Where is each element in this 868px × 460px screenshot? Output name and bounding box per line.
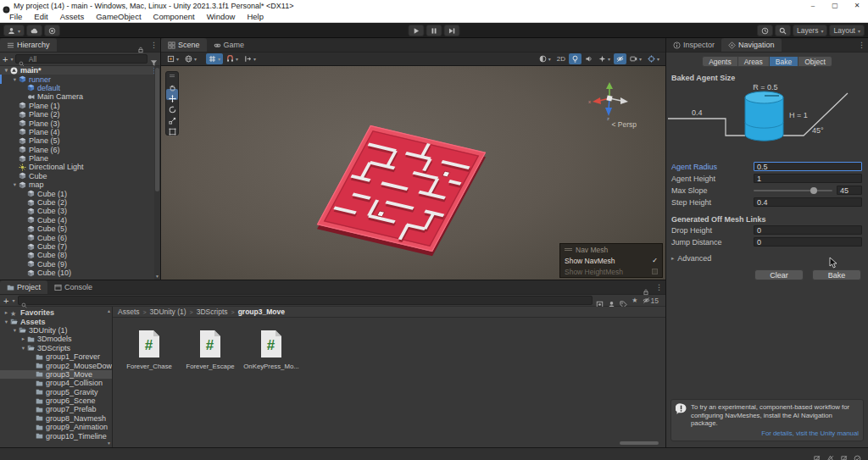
tab-navigation[interactable]: Navigation xyxy=(721,38,782,52)
lock-icon[interactable] xyxy=(137,42,145,49)
navmesh-overlay-header[interactable]: Nav Mesh xyxy=(560,244,662,255)
hierarchy-item[interactable]: Plane (6) xyxy=(0,146,160,154)
agent-height-field[interactable]: 1 xyxy=(754,174,862,183)
2d-toggle-button[interactable]: 2D xyxy=(554,53,568,64)
asset-item[interactable]: #Forever_Escape xyxy=(184,330,236,370)
menu-window[interactable]: Window xyxy=(201,12,242,21)
menu-component[interactable]: Component xyxy=(147,12,201,21)
undo-history-button[interactable] xyxy=(757,25,773,36)
project-tree-item[interactable]: group8_Navmesh xyxy=(0,414,112,423)
max-slope-field[interactable]: 45 xyxy=(837,186,862,195)
max-slope-slider[interactable] xyxy=(754,190,832,191)
tab-inspector[interactable]: Inspector xyxy=(666,38,721,52)
scroll-down-icon[interactable]: ▼ xyxy=(107,441,111,446)
project-tree-item[interactable]: ▾Assets xyxy=(0,317,112,325)
tab-game[interactable]: Game xyxy=(207,38,252,52)
asset-item[interactable]: #Forever_Chase xyxy=(123,330,175,370)
create-asset-button[interactable]: + xyxy=(3,297,8,305)
menu-edit[interactable]: Edit xyxy=(28,12,53,21)
hierarchy-item[interactable]: Cube (10) xyxy=(0,269,160,277)
scale-tool-button[interactable] xyxy=(166,111,178,122)
step-height-field[interactable]: 0.4 xyxy=(754,197,862,207)
hierarchy-item[interactable]: Cube (4) xyxy=(0,216,160,224)
tab-console[interactable]: Console xyxy=(47,280,99,294)
tool-handle-rotation-button[interactable]: ▾ xyxy=(182,53,199,64)
tab-scene[interactable]: Scene xyxy=(161,38,207,52)
jump-distance-field[interactable]: 0 xyxy=(754,237,862,247)
camera-settings-button[interactable]: ▾ xyxy=(627,53,644,64)
scene-orientation-gizmo[interactable]: x z xyxy=(586,81,633,120)
hierarchy-item[interactable]: default xyxy=(0,84,160,92)
muted-info-icon[interactable] xyxy=(813,451,821,458)
project-tree-item[interactable]: ▸★Favorites xyxy=(0,308,112,317)
visibility-toggle-button[interactable] xyxy=(614,53,626,64)
snap-button[interactable]: ▾ xyxy=(224,53,241,64)
breadcrumb-item[interactable]: group3_Move xyxy=(238,308,285,316)
hidden-packages-count[interactable]: 15 xyxy=(643,297,659,305)
subtab-object[interactable]: Object xyxy=(798,56,832,67)
muted-warning-icon[interactable] xyxy=(826,451,834,458)
project-search-input[interactable] xyxy=(31,297,589,305)
tool-handle-pivot-button[interactable]: ▾ xyxy=(164,53,181,64)
cloud-button[interactable] xyxy=(26,25,42,36)
move-tool-button[interactable] xyxy=(166,89,178,100)
add-object-button[interactable]: + xyxy=(3,55,8,64)
maximize-button[interactable]: ▢ xyxy=(824,0,846,11)
menu-help[interactable]: Help xyxy=(241,12,270,21)
subtab-areas[interactable]: Areas xyxy=(738,56,770,67)
hierarchy-item[interactable]: Cube (6) xyxy=(0,233,160,241)
agent-radius-field[interactable]: 0.5 xyxy=(754,162,862,171)
create-asset-caret-icon[interactable]: ▾ xyxy=(12,297,14,303)
drop-height-field[interactable]: 0 xyxy=(754,225,862,235)
project-tree-item[interactable]: group3_Move xyxy=(0,370,112,379)
tab-hierarchy[interactable]: Hierarchy xyxy=(0,38,57,52)
rect-tool-button[interactable] xyxy=(166,122,178,133)
clear-button[interactable]: Clear xyxy=(754,269,804,280)
hierarchy-item[interactable]: Plane (4) xyxy=(0,128,160,136)
search-by-import-icon[interactable] xyxy=(608,297,615,304)
project-tree-item[interactable]: ▾3DScripts xyxy=(0,344,112,352)
navmesh-toggle[interactable]: Show NavMesh✓ xyxy=(560,255,662,266)
project-tree-item[interactable]: group1_Forever xyxy=(0,352,112,361)
menu-assets[interactable]: Assets xyxy=(54,12,91,21)
project-tree-item[interactable]: ▸3Dmodels xyxy=(0,335,112,343)
project-tree-item[interactable]: group4_Collision xyxy=(0,379,112,387)
project-tree-item[interactable]: group9_Animation xyxy=(0,423,112,431)
account-button[interactable]: ▾ xyxy=(3,25,25,36)
search-by-label-icon[interactable] xyxy=(620,297,627,304)
search-button[interactable] xyxy=(775,25,791,36)
bake-button[interactable]: Bake xyxy=(812,269,861,280)
menu-gameobject[interactable]: GameObject xyxy=(90,12,147,21)
layout-dropdown[interactable]: Layout▾ xyxy=(829,25,865,36)
hierarchy-item[interactable]: Cube (9) xyxy=(0,260,160,269)
lighting-toggle-button[interactable] xyxy=(569,53,581,64)
hierarchy-search-input[interactable] xyxy=(29,55,144,64)
search-by-type-icon[interactable] xyxy=(596,297,604,304)
rotate-tool-button[interactable] xyxy=(166,100,178,111)
tab-project[interactable]: Project xyxy=(0,280,47,294)
hierarchy-item[interactable]: ▾main*⋮ xyxy=(0,66,160,75)
favorites-star-icon[interactable]: ★ xyxy=(632,297,637,304)
subtab-agents[interactable]: Agents xyxy=(702,56,737,67)
hierarchy-item[interactable]: Cube (8) xyxy=(0,251,160,259)
hierarchy-item[interactable]: Main Camera xyxy=(0,92,160,101)
effects-toggle-button[interactable]: ▾ xyxy=(596,53,613,64)
hierarchy-search[interactable] xyxy=(15,54,147,64)
play-button[interactable] xyxy=(409,25,425,36)
pause-button[interactable] xyxy=(426,25,442,36)
lock-icon[interactable] xyxy=(643,284,650,291)
grid-visibility-button[interactable]: ▾ xyxy=(206,53,223,64)
hierarchy-item[interactable]: Cube (7) xyxy=(0,242,160,251)
hierarchy-item[interactable]: ▾runner xyxy=(0,75,160,83)
project-tree-item[interactable]: group10_Timeline xyxy=(0,431,112,440)
subtab-bake[interactable]: Bake xyxy=(770,56,798,67)
hierarchy-item[interactable]: Plane (3) xyxy=(0,119,160,127)
snap-increment-button[interactable]: ▾ xyxy=(242,53,259,64)
inspector-menu-icon[interactable]: ⋮ xyxy=(858,41,865,49)
project-tree-item[interactable]: group2_MouseDown xyxy=(0,361,112,369)
gizmos-button[interactable]: ▾ xyxy=(645,53,662,64)
hierarchy-item[interactable]: Cube (1) xyxy=(0,189,160,197)
close-button[interactable]: ✕ xyxy=(846,0,868,11)
breadcrumb-item[interactable]: Assets xyxy=(118,308,140,316)
hierarchy-item[interactable]: Cube xyxy=(0,172,160,180)
